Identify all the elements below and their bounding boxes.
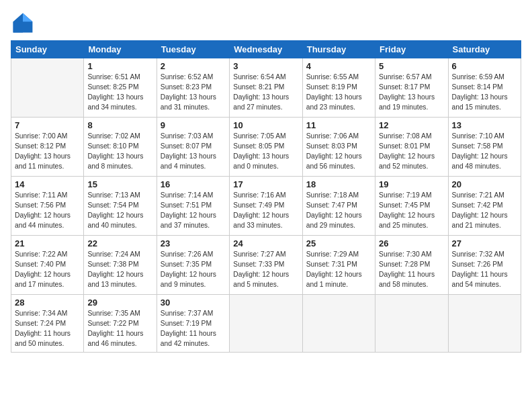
calendar-cell: 8Sunrise: 7:02 AM Sunset: 8:10 PM Daylig… (84, 118, 157, 177)
calendar-cell (375, 295, 448, 353)
day-info: Sunrise: 7:14 AM Sunset: 7:51 PM Dayligh… (161, 191, 226, 231)
day-info: Sunrise: 7:10 AM Sunset: 7:58 PM Dayligh… (452, 132, 517, 172)
calendar-cell: 20Sunrise: 7:21 AM Sunset: 7:42 PM Dayli… (448, 177, 521, 236)
calendar-cell: 28Sunrise: 7:34 AM Sunset: 7:24 PM Dayli… (11, 295, 84, 353)
calendar-cell: 27Sunrise: 7:32 AM Sunset: 7:26 PM Dayli… (448, 236, 521, 295)
calendar-header-row: SundayMondayTuesdayWednesdayThursdayFrid… (11, 41, 521, 58)
day-info: Sunrise: 7:21 AM Sunset: 7:42 PM Dayligh… (452, 191, 517, 231)
day-info: Sunrise: 7:24 AM Sunset: 7:38 PM Dayligh… (87, 250, 152, 290)
column-header-monday: Monday (84, 41, 157, 58)
calendar-cell: 1Sunrise: 6:51 AM Sunset: 8:25 PM Daylig… (84, 58, 157, 118)
day-number: 8 (87, 120, 152, 130)
calendar-cell: 2Sunrise: 6:52 AM Sunset: 8:23 PM Daylig… (157, 58, 229, 118)
calendar-cell (11, 58, 84, 118)
calendar-cell: 4Sunrise: 6:55 AM Sunset: 8:19 PM Daylig… (302, 58, 375, 118)
day-number: 10 (233, 120, 298, 130)
column-header-saturday: Saturday (448, 41, 521, 58)
day-info: Sunrise: 7:32 AM Sunset: 7:26 PM Dayligh… (452, 250, 517, 290)
logo-icon (11, 11, 35, 35)
calendar-cell: 14Sunrise: 7:11 AM Sunset: 7:56 PM Dayli… (11, 177, 84, 236)
day-info: Sunrise: 7:06 AM Sunset: 8:03 PM Dayligh… (306, 132, 371, 172)
day-number: 25 (306, 238, 371, 248)
day-number: 9 (161, 120, 226, 130)
day-number: 30 (161, 298, 226, 308)
day-number: 5 (379, 61, 444, 71)
day-info: Sunrise: 7:18 AM Sunset: 7:47 PM Dayligh… (306, 191, 371, 231)
column-header-sunday: Sunday (11, 41, 84, 58)
logo (11, 11, 38, 35)
calendar-cell: 9Sunrise: 7:03 AM Sunset: 8:07 PM Daylig… (157, 118, 229, 177)
day-number: 21 (15, 238, 80, 248)
calendar-cell: 22Sunrise: 7:24 AM Sunset: 7:38 PM Dayli… (84, 236, 157, 295)
day-info: Sunrise: 7:03 AM Sunset: 8:07 PM Dayligh… (161, 132, 226, 172)
day-info: Sunrise: 7:00 AM Sunset: 8:12 PM Dayligh… (15, 132, 80, 172)
calendar-week-5: 28Sunrise: 7:34 AM Sunset: 7:24 PM Dayli… (11, 295, 521, 353)
calendar-cell: 24Sunrise: 7:27 AM Sunset: 7:33 PM Dayli… (230, 236, 302, 295)
day-number: 26 (379, 238, 444, 248)
day-info: Sunrise: 7:30 AM Sunset: 7:28 PM Dayligh… (379, 250, 444, 290)
calendar-week-2: 7Sunrise: 7:00 AM Sunset: 8:12 PM Daylig… (11, 118, 521, 177)
day-info: Sunrise: 7:05 AM Sunset: 8:05 PM Dayligh… (233, 132, 298, 172)
column-header-friday: Friday (375, 41, 448, 58)
day-number: 19 (379, 179, 444, 189)
day-number: 4 (306, 61, 371, 71)
svg-rect-2 (13, 21, 23, 32)
page-header (11, 11, 521, 35)
day-info: Sunrise: 6:52 AM Sunset: 8:23 PM Dayligh… (161, 73, 226, 113)
calendar-cell: 6Sunrise: 6:59 AM Sunset: 8:14 PM Daylig… (448, 58, 521, 118)
day-number: 23 (161, 238, 226, 248)
calendar-cell: 17Sunrise: 7:16 AM Sunset: 7:49 PM Dayli… (230, 177, 302, 236)
calendar-cell (230, 295, 302, 353)
calendar-week-3: 14Sunrise: 7:11 AM Sunset: 7:56 PM Dayli… (11, 177, 521, 236)
day-info: Sunrise: 6:55 AM Sunset: 8:19 PM Dayligh… (306, 73, 371, 113)
calendar-cell: 5Sunrise: 6:57 AM Sunset: 8:17 PM Daylig… (375, 58, 448, 118)
day-info: Sunrise: 7:34 AM Sunset: 7:24 PM Dayligh… (15, 309, 80, 349)
day-number: 3 (233, 61, 298, 71)
day-info: Sunrise: 7:13 AM Sunset: 7:54 PM Dayligh… (87, 191, 152, 231)
calendar-cell: 23Sunrise: 7:26 AM Sunset: 7:35 PM Dayli… (157, 236, 229, 295)
calendar-cell: 30Sunrise: 7:37 AM Sunset: 7:19 PM Dayli… (157, 295, 229, 353)
day-info: Sunrise: 6:57 AM Sunset: 8:17 PM Dayligh… (379, 73, 444, 113)
day-info: Sunrise: 7:35 AM Sunset: 7:22 PM Dayligh… (87, 309, 152, 349)
day-info: Sunrise: 7:22 AM Sunset: 7:40 PM Dayligh… (15, 250, 80, 290)
calendar-cell: 21Sunrise: 7:22 AM Sunset: 7:40 PM Dayli… (11, 236, 84, 295)
day-info: Sunrise: 7:26 AM Sunset: 7:35 PM Dayligh… (161, 250, 226, 290)
day-info: Sunrise: 7:08 AM Sunset: 8:01 PM Dayligh… (379, 132, 444, 172)
day-number: 28 (15, 298, 80, 308)
day-number: 22 (87, 238, 152, 248)
day-info: Sunrise: 7:11 AM Sunset: 7:56 PM Dayligh… (15, 191, 80, 231)
calendar-cell: 25Sunrise: 7:29 AM Sunset: 7:31 PM Dayli… (302, 236, 375, 295)
calendar-cell: 29Sunrise: 7:35 AM Sunset: 7:22 PM Dayli… (84, 295, 157, 353)
day-number: 18 (306, 179, 371, 189)
day-number: 29 (87, 298, 152, 308)
day-info: Sunrise: 7:19 AM Sunset: 7:45 PM Dayligh… (379, 191, 444, 231)
day-number: 15 (87, 179, 152, 189)
day-number: 2 (161, 61, 226, 71)
calendar-cell: 18Sunrise: 7:18 AM Sunset: 7:47 PM Dayli… (302, 177, 375, 236)
calendar-cell: 7Sunrise: 7:00 AM Sunset: 8:12 PM Daylig… (11, 118, 84, 177)
day-number: 27 (452, 238, 517, 248)
column-header-thursday: Thursday (302, 41, 375, 58)
day-info: Sunrise: 7:27 AM Sunset: 7:33 PM Dayligh… (233, 250, 298, 290)
calendar-week-1: 1Sunrise: 6:51 AM Sunset: 8:25 PM Daylig… (11, 58, 521, 118)
day-number: 20 (452, 179, 517, 189)
calendar-cell: 16Sunrise: 7:14 AM Sunset: 7:51 PM Dayli… (157, 177, 229, 236)
calendar-cell (302, 295, 375, 353)
calendar-cell: 10Sunrise: 7:05 AM Sunset: 8:05 PM Dayli… (230, 118, 302, 177)
day-info: Sunrise: 7:37 AM Sunset: 7:19 PM Dayligh… (161, 309, 226, 349)
day-info: Sunrise: 6:59 AM Sunset: 8:14 PM Dayligh… (452, 73, 517, 113)
calendar-table: SundayMondayTuesdayWednesdayThursdayFrid… (11, 40, 521, 353)
calendar-cell: 11Sunrise: 7:06 AM Sunset: 8:03 PM Dayli… (302, 118, 375, 177)
day-number: 1 (87, 61, 152, 71)
day-number: 14 (15, 179, 80, 189)
calendar-cell: 19Sunrise: 7:19 AM Sunset: 7:45 PM Dayli… (375, 177, 448, 236)
day-number: 17 (233, 179, 298, 189)
day-info: Sunrise: 7:02 AM Sunset: 8:10 PM Dayligh… (87, 132, 152, 172)
day-number: 6 (452, 61, 517, 71)
day-number: 11 (306, 120, 371, 130)
day-number: 12 (379, 120, 444, 130)
day-info: Sunrise: 6:51 AM Sunset: 8:25 PM Dayligh… (87, 73, 152, 113)
day-number: 16 (161, 179, 226, 189)
calendar-cell (448, 295, 521, 353)
day-info: Sunrise: 7:29 AM Sunset: 7:31 PM Dayligh… (306, 250, 371, 290)
